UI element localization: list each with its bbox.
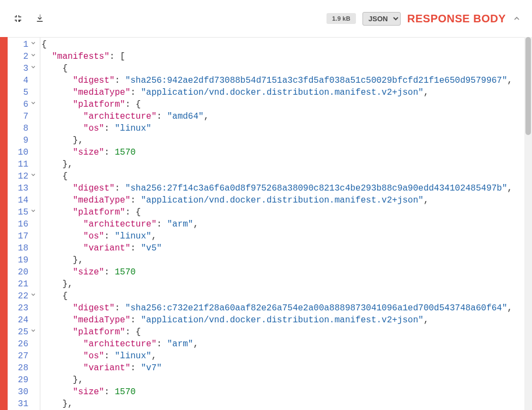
fold-toggle [28, 75, 38, 87]
code-line: "architecture": "arm", [41, 338, 532, 350]
collapse-icon[interactable] [12, 13, 24, 25]
line-number: 10 [8, 146, 28, 158]
line-number: 2 [8, 51, 28, 63]
line-number: 28 [8, 362, 28, 374]
fold-toggle [28, 158, 38, 170]
line-number: 21 [8, 278, 28, 290]
size-value: 1.9 [332, 15, 341, 22]
code-line: "architecture": "amd64", [41, 111, 532, 123]
line-number: 1 [8, 39, 28, 51]
size-badge: 1.9kB [327, 13, 356, 24]
line-number: 26 [8, 338, 28, 350]
code-line: "digest": "sha256:c732e21f28a60aaf82e26a… [41, 302, 532, 314]
line-number: 29 [8, 374, 28, 386]
code-line: "manifests": [ [41, 51, 532, 63]
fold-toggle [28, 218, 38, 230]
line-number: 17 [8, 230, 28, 242]
fold-toggle[interactable] [28, 206, 38, 218]
line-number: 25 [8, 326, 28, 338]
line-number: 7 [8, 111, 28, 123]
code-content[interactable]: { "manifests": [ { "digest": "sha256:942… [40, 38, 532, 410]
fold-toggle[interactable] [28, 290, 38, 302]
size-unit: kB [342, 15, 350, 22]
fold-toggle [28, 314, 38, 326]
code-line: "variant": "v7" [41, 362, 532, 374]
code-line: "mediaType": "application/vnd.docker.dis… [41, 194, 532, 206]
line-number: 8 [8, 123, 28, 134]
line-number: 23 [8, 302, 28, 314]
code-line: { [41, 39, 532, 51]
fold-toggle[interactable] [28, 63, 38, 75]
line-gutter: 1234567891011121314151617181920212223242… [8, 38, 40, 410]
code-line: "size": 1570 [41, 386, 532, 398]
line-number: 22 [8, 290, 28, 302]
line-number: 16 [8, 218, 28, 230]
code-line: }, [41, 134, 532, 146]
fold-toggle [28, 278, 38, 290]
response-header: 1.9kB JSON RESPONSE BODY [0, 0, 532, 37]
fold-toggle [28, 254, 38, 266]
line-number: 4 [8, 75, 28, 87]
code-line: { [41, 290, 532, 302]
line-number: 15 [8, 206, 28, 218]
fold-toggle [28, 362, 38, 374]
line-number: 20 [8, 266, 28, 278]
fold-toggle [28, 302, 38, 314]
fold-toggle [28, 87, 38, 99]
line-number: 3 [8, 63, 28, 75]
download-icon[interactable] [34, 13, 46, 25]
fold-toggle [28, 386, 38, 398]
code-line: }, [41, 158, 532, 170]
scrollbar-thumb[interactable] [525, 37, 531, 135]
fold-toggle [28, 350, 38, 362]
code-line: "variant": "v5" [41, 242, 532, 254]
response-body-title: RESPONSE BODY [407, 13, 506, 25]
code-line: "platform": { [41, 206, 532, 218]
line-number: 27 [8, 350, 28, 362]
fold-toggle [28, 146, 38, 158]
fold-toggle [28, 266, 38, 278]
line-number: 6 [8, 99, 28, 111]
code-viewer: 1234567891011121314151617181920212223242… [8, 37, 532, 410]
line-number: 12 [8, 170, 28, 182]
fold-toggle[interactable] [28, 51, 38, 63]
code-line: "mediaType": "application/vnd.docker.dis… [41, 87, 532, 99]
fold-toggle [28, 134, 38, 146]
code-line: }, [41, 398, 532, 410]
code-line: }, [41, 278, 532, 290]
fold-toggle [28, 374, 38, 386]
line-number: 14 [8, 194, 28, 206]
vertical-scrollbar[interactable] [524, 37, 532, 410]
line-number: 9 [8, 134, 28, 146]
code-line: }, [41, 254, 532, 266]
code-line: "architecture": "arm", [41, 218, 532, 230]
line-number: 30 [8, 386, 28, 398]
fold-toggle [28, 338, 38, 350]
line-number: 5 [8, 87, 28, 99]
fold-toggle[interactable] [28, 170, 38, 182]
code-line: "os": "linux" [41, 123, 532, 134]
fold-toggle[interactable] [28, 39, 38, 51]
line-number: 18 [8, 242, 28, 254]
fold-toggle[interactable] [28, 99, 38, 111]
line-number: 24 [8, 314, 28, 326]
line-number: 13 [8, 182, 28, 194]
code-line: "platform": { [41, 326, 532, 338]
code-line: "size": 1570 [41, 146, 532, 158]
fold-toggle [28, 123, 38, 134]
fold-toggle [28, 242, 38, 254]
format-select[interactable]: JSON [362, 12, 401, 26]
line-number: 11 [8, 158, 28, 170]
code-line: "digest": "sha256:942ae2dfd73088b54d7151… [41, 75, 532, 87]
line-number: 31 [8, 398, 28, 410]
code-line: "os": "linux", [41, 350, 532, 362]
code-line: { [41, 63, 532, 75]
code-line: "os": "linux", [41, 230, 532, 242]
fold-toggle[interactable] [28, 326, 38, 338]
code-line: "size": 1570 [41, 266, 532, 278]
code-line: { [41, 170, 532, 182]
fold-toggle [28, 111, 38, 123]
fold-toggle [28, 194, 38, 206]
chevron-up-icon[interactable] [512, 14, 521, 23]
code-line: "platform": { [41, 99, 532, 111]
